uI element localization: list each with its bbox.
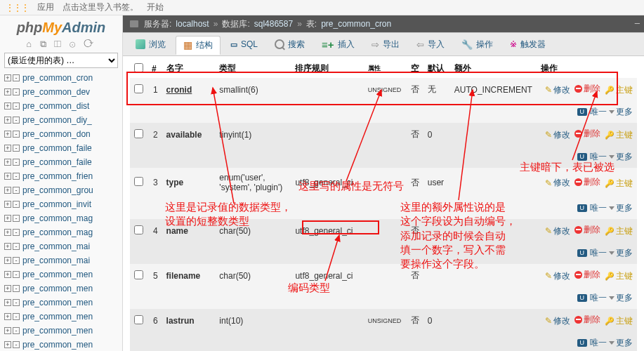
more-link[interactable]: 更多 <box>609 292 633 304</box>
tree-item[interactable]: +-pre_common_cron <box>4 71 118 85</box>
tree-item[interactable]: +-pre_common_frien <box>4 169 118 183</box>
col-check-header[interactable] <box>130 59 147 78</box>
row-checkbox[interactable] <box>130 78 147 101</box>
tree-expand-icon[interactable]: +- <box>4 159 20 166</box>
col-null-header[interactable]: 空 <box>407 59 423 78</box>
edit-link[interactable]: ✎修改 <box>545 315 570 327</box>
tree-expand-icon[interactable]: +- <box>4 271 20 278</box>
col-default-header[interactable]: 默认 <box>423 59 450 78</box>
tree-item[interactable]: +-pre_common_dist <box>4 99 118 113</box>
primary-link[interactable]: 🔑主键 <box>605 315 633 327</box>
col-attr-header[interactable]: 属性 <box>364 59 407 78</box>
col-index-header[interactable]: # <box>147 59 162 78</box>
col-name[interactable]: type <box>162 168 216 197</box>
delete-link[interactable]: 删除 <box>574 83 600 95</box>
more-link[interactable]: 更多 <box>609 106 633 118</box>
tree-item[interactable]: +-pre_common_diy_ <box>4 113 118 127</box>
panel-collapse-icon[interactable]: – <box>635 18 640 28</box>
tree-item[interactable]: +-pre_common_faile <box>4 141 118 155</box>
col-collation-header[interactable]: 排序规则 <box>291 59 363 78</box>
tree-item[interactable]: +-pre_common_mai <box>4 253 118 267</box>
col-type-header[interactable]: 类型 <box>215 59 291 78</box>
more-link[interactable]: 更多 <box>609 151 633 163</box>
unique-link[interactable]: U唯一 <box>577 247 607 259</box>
tree-item[interactable]: +-pre_common_men <box>4 324 118 338</box>
col-name[interactable]: name <box>162 219 216 242</box>
tree-expand-icon[interactable]: +- <box>4 257 20 264</box>
row-checkbox[interactable] <box>130 168 147 197</box>
edit-link[interactable]: ✎修改 <box>545 84 570 96</box>
tab-insert[interactable]: ≡+插入 <box>315 36 362 53</box>
edit-link[interactable]: ✎修改 <box>545 225 570 237</box>
tree-item[interactable]: +-pre_common_men <box>4 296 118 310</box>
unique-link[interactable]: U唯一 <box>577 202 607 214</box>
col-name[interactable]: available <box>162 123 216 146</box>
tree-item[interactable]: +-pre_common_men <box>4 338 118 351</box>
col-name-header[interactable]: 名字 <box>162 59 216 78</box>
more-link[interactable]: 更多 <box>609 337 633 349</box>
tree-expand-icon[interactable]: +- <box>4 313 20 320</box>
row-checkbox[interactable] <box>130 219 147 242</box>
tree-expand-icon[interactable]: +- <box>4 117 20 124</box>
tree-expand-icon[interactable]: +- <box>4 102 20 110</box>
col-name[interactable]: filename <box>162 264 216 287</box>
primary-link[interactable]: 🔑主键 <box>605 225 633 237</box>
tree-expand-icon[interactable]: +- <box>4 341 20 348</box>
delete-link[interactable]: 删除 <box>574 176 600 188</box>
tree-expand-icon[interactable]: +- <box>4 215 20 222</box>
tab-search[interactable]: 搜索 <box>268 36 312 53</box>
tree-item[interactable]: +-pre_common_men <box>4 282 118 296</box>
primary-link[interactable]: 🔑主键 <box>605 84 633 96</box>
unique-link[interactable]: U唯一 <box>577 106 607 118</box>
tab-browse[interactable]: 浏览 <box>129 36 173 53</box>
tree-expand-icon[interactable]: +- <box>4 131 20 138</box>
tree-item[interactable]: +-pre_common_invit <box>4 197 118 211</box>
col-ops-header[interactable]: 操作 <box>537 59 637 78</box>
tree-item[interactable]: +-pre_common_grou <box>4 183 118 197</box>
edit-link[interactable]: ✎修改 <box>545 177 570 189</box>
tab-export[interactable]: ⇨导出 <box>364 36 407 53</box>
tree-item[interactable]: +-pre_common_men <box>4 267 118 282</box>
tab-import[interactable]: ⇦导入 <box>409 36 452 53</box>
edit-link[interactable]: ✎修改 <box>545 129 570 141</box>
tab-operations[interactable]: 🔧操作 <box>454 36 500 53</box>
tree-expand-icon[interactable]: +- <box>4 173 20 180</box>
row-checkbox[interactable] <box>130 264 147 287</box>
tree-item[interactable]: +-pre_common_mag <box>4 211 118 225</box>
row-checkbox[interactable] <box>130 123 147 146</box>
tree-expand-icon[interactable]: +- <box>4 243 20 250</box>
col-name[interactable]: cronid <box>162 78 216 101</box>
primary-link[interactable]: 🔑主键 <box>605 178 633 190</box>
tree-expand-icon[interactable]: +- <box>4 88 20 95</box>
db-link[interactable]: sql486587 <box>254 19 293 29</box>
start-link[interactable]: 开始 <box>147 1 164 13</box>
sidebar-toolbar[interactable]: ⌂ ⧉ ◫ ⊙ ⟳ <box>4 39 118 53</box>
tree-expand-icon[interactable]: +- <box>4 187 20 194</box>
col-extra-header[interactable]: 额外 <box>450 59 537 78</box>
tree-item[interactable]: +-pre_common_faile <box>4 155 118 169</box>
delete-link[interactable]: 删除 <box>574 269 600 281</box>
delete-link[interactable]: 删除 <box>574 314 600 326</box>
unique-link[interactable]: U唯一 <box>577 292 607 304</box>
tab-structure[interactable]: ▦结构 <box>176 36 221 55</box>
more-link[interactable]: 更多 <box>609 202 633 214</box>
delete-link[interactable]: 删除 <box>574 128 600 140</box>
tree-item[interactable]: +-pre_common_dev <box>4 85 118 99</box>
tree-item[interactable]: +-pre_common_don <box>4 127 118 141</box>
tree-expand-icon[interactable]: +- <box>4 327 20 334</box>
tree-expand-icon[interactable]: +- <box>4 229 20 236</box>
tree-item[interactable]: +-pre_common_men <box>4 310 118 324</box>
tree-expand-icon[interactable]: +- <box>4 285 20 292</box>
col-name[interactable]: lastrun <box>162 309 216 332</box>
row-checkbox[interactable] <box>130 309 147 332</box>
tree-expand-icon[interactable]: +- <box>4 74 20 81</box>
tree-expand-icon[interactable]: +- <box>4 145 20 152</box>
primary-link[interactable]: 🔑主键 <box>605 270 633 282</box>
more-link[interactable]: 更多 <box>609 247 633 259</box>
tab-sql[interactable]: ▭SQL <box>223 37 265 52</box>
tab-triggers[interactable]: ※触发器 <box>503 36 553 53</box>
server-link[interactable]: localhost <box>176 19 209 29</box>
apps-label[interactable]: 应用 <box>37 1 54 13</box>
primary-link[interactable]: 🔑主键 <box>605 129 633 141</box>
tree-item[interactable]: +-pre_common_mag <box>4 225 118 239</box>
